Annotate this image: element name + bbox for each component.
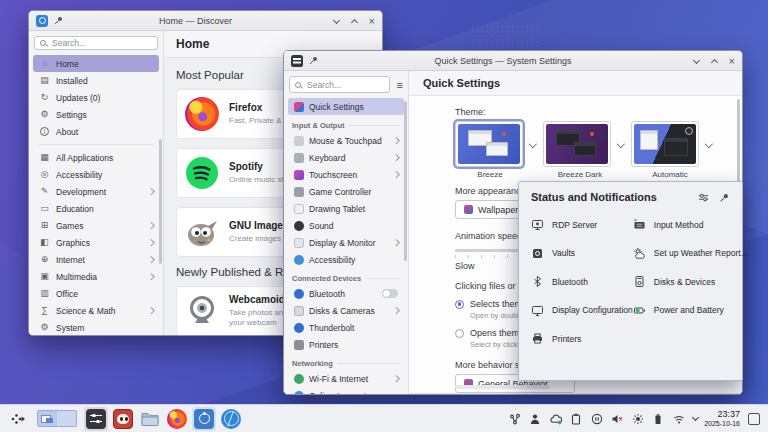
- category-item-all-applications[interactable]: ▦ All Applications: [33, 149, 159, 166]
- rdp-tray-icon[interactable]: [509, 413, 521, 425]
- sidebar-item-label: Mouse & Touchpad: [309, 136, 382, 146]
- sidebar-item-online-accounts[interactable]: Online Accounts: [288, 387, 404, 395]
- close-button[interactable]: ×: [369, 17, 375, 25]
- app-launcher-button[interactable]: [6, 407, 30, 431]
- quick-settings-icon: [294, 102, 304, 112]
- clipboard-icon[interactable]: [570, 413, 582, 425]
- taskbar-item-dolphin[interactable]: [138, 407, 162, 431]
- taskbar-item-globe-app[interactable]: [219, 407, 243, 431]
- popup-item-display-configuration[interactable]: Display Configuration: [531, 303, 633, 318]
- category-item-internet[interactable]: ⊕ Internet: [33, 251, 159, 268]
- taskbar-item-red-app[interactable]: [111, 407, 135, 431]
- pager-desktop-2[interactable]: [57, 411, 76, 426]
- volume-muted-icon[interactable]: [611, 413, 623, 425]
- chevron-right-icon: [393, 375, 399, 381]
- sidebar-scrollbar[interactable]: [404, 101, 407, 261]
- theme-options-chevron-icon[interactable]: [527, 130, 539, 158]
- popup-item-printers[interactable]: Printers: [531, 331, 633, 346]
- battery-tray-icon[interactable]: [652, 413, 664, 425]
- settings-titlebar[interactable]: Quick Settings — System Settings ×: [284, 51, 742, 71]
- sidebar-item-accessibility[interactable]: Accessibility: [288, 251, 404, 268]
- radio-off-icon: [455, 329, 464, 338]
- weather-cloud-icon[interactable]: [550, 413, 562, 425]
- category-item-development[interactable]: ✎ Development: [33, 183, 159, 200]
- sidebar-item-disks-cameras[interactable]: Disks & Cameras: [288, 302, 404, 319]
- sidebar-item-game-controller[interactable]: Game Controller: [288, 183, 404, 200]
- hamburger-menu-icon[interactable]: ≡: [397, 79, 403, 91]
- sidebar-item-quick-settings[interactable]: Quick Settings: [288, 98, 404, 115]
- sidebar-item-label: Keyboard: [309, 153, 345, 163]
- category-item-system[interactable]: ⚙ System: [33, 319, 159, 336]
- sidebar-item-updates[interactable]: ↻ Updates (0): [33, 89, 159, 106]
- radio-label: Selects them: [470, 299, 522, 309]
- sidebar-item-settings[interactable]: ⚙ Settings: [33, 106, 159, 123]
- category-item-office[interactable]: ▥ Office: [33, 285, 159, 302]
- apps-grid-icon: ▦: [39, 152, 50, 163]
- popup-item-vaults[interactable]: Vaults: [531, 246, 633, 261]
- popup-item-disks-devices[interactable]: Disks & Devices: [633, 274, 733, 289]
- popup-item-power-battery[interactable]: Power and Battery: [633, 303, 733, 318]
- sidebar-item-keyboard[interactable]: Keyboard: [288, 149, 404, 166]
- taskbar-item-discover[interactable]: [192, 407, 216, 431]
- theme-thumbnail-breeze[interactable]: [455, 121, 523, 167]
- sidebar-item-printers[interactable]: Printers: [288, 336, 404, 353]
- popup-item-input-method[interactable]: Input Method: [633, 217, 733, 232]
- taskbar-item-system-settings[interactable]: [84, 407, 108, 431]
- taskbar-item-firefox[interactable]: [165, 407, 189, 431]
- configure-sliders-icon[interactable]: [698, 192, 709, 203]
- bluetooth-toggle[interactable]: [382, 289, 398, 298]
- category-item-graphics[interactable]: ◧ Graphics: [33, 234, 159, 251]
- popup-item-weather[interactable]: Set up Weather Report…: [633, 246, 733, 261]
- theme-options-chevron-icon[interactable]: [703, 130, 715, 158]
- show-desktop-button[interactable]: [748, 413, 760, 425]
- search-input[interactable]: [50, 37, 152, 49]
- minimize-button[interactable]: [693, 57, 701, 65]
- sidebar-item-label: Quick Settings: [309, 102, 364, 112]
- media-pause-icon[interactable]: [591, 413, 603, 425]
- wifi-icon[interactable]: [673, 413, 685, 425]
- wallpaper-dots: [470, 24, 542, 50]
- sidebar-item-display-monitor[interactable]: Display & Monitor: [288, 234, 404, 251]
- theme-thumbnail-breeze-dark[interactable]: [543, 121, 611, 167]
- maximize-button[interactable]: [711, 57, 719, 65]
- sidebar-item-sound[interactable]: Sound: [288, 217, 404, 234]
- sidebar-item-about[interactable]: i About: [33, 123, 159, 140]
- tray-expand-chevron-icon[interactable]: [692, 414, 699, 421]
- theme-thumbnail-automatic[interactable]: [631, 121, 699, 167]
- sidebar-item-thunderbolt[interactable]: Thunderbolt: [288, 319, 404, 336]
- category-item-games[interactable]: ⊞ Games: [33, 217, 159, 234]
- maximize-button[interactable]: [351, 17, 359, 25]
- kde-launcher-icon: [10, 411, 26, 427]
- category-item-multimedia[interactable]: ▣ Multimedia: [33, 268, 159, 285]
- sidebar-item-drawing-tablet[interactable]: Drawing Tablet: [288, 200, 404, 217]
- popup-item-rdp-server[interactable]: RDP Server: [531, 217, 633, 232]
- virtual-desktop-pager[interactable]: [37, 410, 77, 427]
- sidebar-item-installed[interactable]: ▤ Installed: [33, 72, 159, 89]
- radio-label: Opens them: [470, 328, 519, 338]
- category-item-science-math[interactable]: ∑ Science & Math: [33, 302, 159, 319]
- pin-icon[interactable]: [719, 192, 730, 203]
- clock-widget[interactable]: 23:37 2025-10-16: [704, 409, 740, 427]
- brightness-icon[interactable]: [632, 413, 644, 425]
- sidebar-item-home[interactable]: ⌂ Home: [33, 55, 159, 72]
- sidebar-item-bluetooth[interactable]: Bluetooth: [288, 285, 404, 302]
- search-input[interactable]: [305, 79, 384, 91]
- settings-search-field[interactable]: [289, 76, 390, 93]
- discover-titlebar[interactable]: Home — Discover ×: [29, 11, 382, 31]
- category-item-education[interactable]: ▭ Education: [33, 200, 159, 217]
- pager-desktop-1[interactable]: [38, 411, 57, 426]
- user-switcher-icon[interactable]: [529, 413, 541, 425]
- sidebar-scrollbar[interactable]: [159, 139, 162, 264]
- theme-options-chevron-icon[interactable]: [615, 130, 627, 158]
- discover-search-field[interactable]: [34, 36, 158, 50]
- sidebar-item-touchscreen[interactable]: Touchscreen: [288, 166, 404, 183]
- sidebar-item-wifi-internet[interactable]: Wi-Fi & Internet: [288, 370, 404, 387]
- minimize-button[interactable]: [333, 17, 341, 25]
- sidebar-item-label: Accessibility: [309, 255, 355, 265]
- close-button[interactable]: ×: [729, 57, 735, 65]
- taskbar: 23:37 2025-10-16: [0, 404, 768, 432]
- sidebar-item-mouse-touchpad[interactable]: Mouse & Touchpad: [288, 132, 404, 149]
- popup-item-bluetooth[interactable]: Bluetooth: [531, 274, 633, 289]
- category-item-accessibility[interactable]: ◎ Accessibility: [33, 166, 159, 183]
- multimedia-icon: ▣: [39, 271, 50, 282]
